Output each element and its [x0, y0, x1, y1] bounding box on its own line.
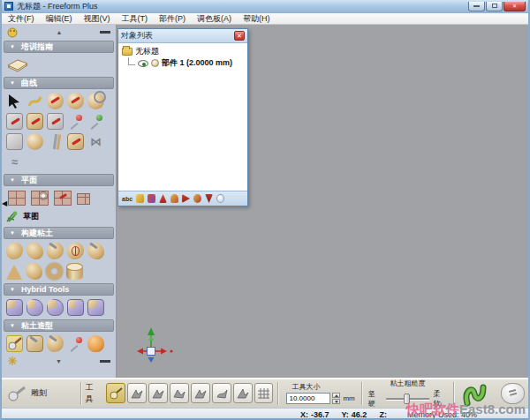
clay-cylinder-icon[interactable]: [66, 263, 83, 280]
collapse-caret-icon[interactable]: ▼: [18, 358, 100, 364]
claw-tool-button-4[interactable]: [191, 383, 210, 403]
sidebar-collapse-arrow-icon[interactable]: ◀: [2, 199, 7, 207]
stepper-up-icon[interactable]: [332, 393, 340, 398]
menu-file[interactable]: 文件(F): [8, 13, 34, 25]
menu-help[interactable]: 帮助(H): [243, 13, 270, 25]
tweezers-icon[interactable]: [47, 133, 64, 150]
green-wire-tool-icon[interactable]: [462, 380, 490, 407]
select-arrow-icon[interactable]: [6, 93, 23, 109]
clay-wedge-icon[interactable]: [26, 263, 42, 280]
minimize-button[interactable]: [468, 2, 485, 11]
close-button[interactable]: ✕: [504, 2, 526, 11]
clay-plane-icon[interactable]: [54, 191, 72, 206]
separator: [361, 382, 362, 405]
hybrid-cube-icon[interactable]: [67, 299, 84, 316]
green-pin-curve-icon[interactable]: [87, 113, 104, 130]
collapse-caret-icon[interactable]: ▲: [19, 29, 100, 35]
orange-clay-icon[interactable]: [87, 335, 104, 352]
clay-lump-icon[interactable]: [26, 243, 43, 259]
ribbon-curve-icon[interactable]: [47, 113, 64, 130]
lock-icon[interactable]: [170, 194, 178, 203]
wireframe-curve-icon[interactable]: ⋈: [87, 133, 104, 150]
chevron-down-icon: ▼: [10, 177, 15, 183]
section-header-build-clay[interactable]: ▼ 构建粘土: [4, 227, 114, 239]
grid-tool-button[interactable]: [254, 383, 274, 403]
clay-mask-icon[interactable]: [67, 243, 84, 259]
visibility-eye-icon[interactable]: [138, 60, 148, 67]
tree-item-row[interactable]: 部件 1 (2.0000 mm): [128, 57, 244, 69]
menu-parts[interactable]: 部件(P): [159, 13, 186, 25]
claw-tool-button-1[interactable]: [127, 383, 147, 403]
axis-icon[interactable]: [159, 194, 167, 203]
tool-size-unit: mm: [343, 394, 354, 402]
title-bar[interactable]: 无标题 - Freeform Plus ✕: [2, 0, 528, 13]
clay-ring-icon[interactable]: [46, 263, 63, 280]
object-list-titlebar[interactable]: 对象列表 ✕: [118, 29, 247, 43]
hybrid-knife-icon[interactable]: [6, 299, 23, 316]
claw-tool-button-6[interactable]: [233, 383, 253, 403]
small-plane-icon[interactable]: [77, 193, 90, 205]
roughness-slider[interactable]: [386, 394, 430, 404]
lasso-curve-icon[interactable]: [87, 93, 104, 109]
hybrid-cone-icon[interactable]: [26, 299, 43, 316]
clay-mountain-icon[interactable]: [6, 265, 22, 280]
palette-minimize-icon[interactable]: [100, 31, 110, 34]
carve-ball-tool-button[interactable]: [106, 383, 125, 403]
training-guide-book-icon[interactable]: [6, 56, 29, 73]
blob-tool-icon[interactable]: [47, 335, 64, 352]
hand-clay-icon[interactable]: [6, 243, 23, 259]
curve-on-ball-icon[interactable]: [47, 93, 64, 109]
clay-pin-icon[interactable]: [67, 133, 84, 150]
dot-tool-icon[interactable]: [67, 335, 84, 352]
section-header-hybrid-tools[interactable]: ▼ Hybrid Tools: [4, 283, 114, 296]
stepper-down-icon[interactable]: [332, 399, 340, 404]
tree-root-row[interactable]: 无标题: [122, 46, 244, 57]
menu-view[interactable]: 视图(V): [84, 13, 110, 25]
pink-curve-icon[interactable]: [6, 133, 23, 150]
app-logo-icon: [4, 2, 13, 11]
pin-curve-icon[interactable]: [67, 113, 84, 130]
stamp-curve-icon[interactable]: [26, 113, 43, 130]
shatter-plane-icon[interactable]: [31, 191, 49, 206]
menu-palette[interactable]: 调色板(A): [197, 13, 231, 25]
maximize-button[interactable]: [486, 2, 503, 11]
section-header-plane[interactable]: ▼ 平面: [4, 174, 114, 186]
mirror-icon[interactable]: [148, 194, 155, 203]
roughness-slider-thumb[interactable]: [404, 394, 410, 404]
smudge-tool-icon[interactable]: [26, 335, 43, 352]
palette-icon[interactable]: [7, 26, 19, 38]
object-list-close-button[interactable]: ✕: [234, 31, 245, 41]
section-header-curves[interactable]: ▼ 曲线: [4, 77, 114, 89]
magnifier-icon[interactable]: [216, 194, 224, 203]
rename-abc-icon[interactable]: abc: [122, 196, 132, 202]
section-header-clay-shaping[interactable]: ▼ 粘土造型: [4, 319, 114, 332]
clay-lump-tool-icon[interactable]: [501, 383, 525, 404]
section-header-training[interactable]: ▼ 培训指南: [4, 41, 114, 53]
clay-hook-icon[interactable]: [87, 243, 104, 259]
grid-plane-icon[interactable]: [8, 191, 26, 206]
edit-curve-on-ball-icon[interactable]: [67, 93, 84, 109]
palette-minimize-icon[interactable]: [100, 360, 110, 363]
menu-edit[interactable]: 编辑(E): [46, 13, 72, 25]
tool-size-stepper[interactable]: [332, 393, 340, 404]
rotate-icon[interactable]: [193, 194, 201, 203]
tool-size-input[interactable]: [286, 393, 330, 404]
pivot-icon[interactable]: [205, 194, 213, 203]
clay-arm-icon[interactable]: [47, 243, 64, 259]
menu-tools[interactable]: 工具(T): [122, 13, 148, 25]
anchor-icon[interactable]: [182, 194, 190, 203]
claw-tool-button-2[interactable]: [148, 383, 168, 403]
sparkle-icon[interactable]: [7, 356, 18, 366]
paint-icon[interactable]: [136, 194, 144, 203]
sketch-item[interactable]: 草图: [4, 208, 114, 225]
hybrid-cylinder-icon[interactable]: [87, 299, 104, 316]
draw-curve-icon[interactable]: [26, 93, 43, 109]
sculpt-ball-tool-icon[interactable]: [6, 335, 23, 352]
claw-tool-button-5[interactable]: [212, 383, 231, 403]
clay-ball-icon[interactable]: [26, 133, 43, 150]
smooth-curve-icon[interactable]: ≈: [6, 154, 23, 170]
curve-loop-icon[interactable]: [6, 113, 23, 130]
hybrid-ball-icon[interactable]: [47, 299, 64, 316]
claw-tool-button-3[interactable]: [170, 383, 189, 403]
viewport-canvas[interactable]: 对象列表 ✕ 无标题 部件 1 (2.0000 mm): [117, 25, 528, 378]
